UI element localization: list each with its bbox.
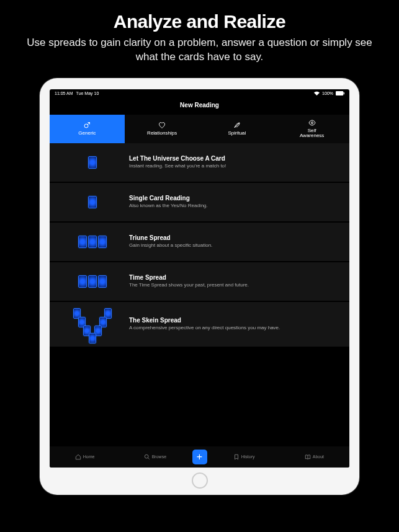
tab-relationships[interactable]: Relationships xyxy=(125,115,200,143)
heart-icon xyxy=(158,122,166,129)
wifi-icon xyxy=(314,91,320,95)
status-bar: 11:05 AM Tue May 10 100% xyxy=(50,89,349,98)
book-icon xyxy=(305,454,311,460)
app-screen: 11:05 AM Tue May 10 100% New Reading Gen… xyxy=(50,89,349,468)
tab-label: Spiritual xyxy=(228,131,246,136)
svg-rect-1 xyxy=(344,92,344,95)
tab-self-awareness[interactable]: Self Awareness xyxy=(274,115,349,143)
spread-title: Time Spread xyxy=(129,274,341,281)
spread-visual xyxy=(58,308,127,340)
tarot-card-icon xyxy=(89,333,96,344)
spread-visual xyxy=(58,156,127,169)
spread-desc: Gain insight about a specific situation. xyxy=(129,242,341,249)
spread-desc: A comprehensive perspective on any direc… xyxy=(129,325,341,331)
eye-icon xyxy=(308,119,316,126)
tab-label: Self Awareness xyxy=(300,128,324,140)
search-icon xyxy=(144,454,150,460)
nav-home[interactable]: Home xyxy=(50,454,120,460)
spread-item-universe[interactable]: Let The Universe Choose A Card Instant r… xyxy=(50,143,349,182)
spread-item-single[interactable]: Single Card Reading Also known as the Ye… xyxy=(50,183,349,221)
home-icon xyxy=(75,454,81,460)
spread-title: Let The Universe Choose A Card xyxy=(129,155,341,162)
tab-label: Relationships xyxy=(147,131,177,136)
tab-generic[interactable]: Generic xyxy=(50,115,125,143)
nav-add[interactable]: + xyxy=(191,450,209,464)
tarot-card-icon xyxy=(78,236,87,248)
ipad-home-button xyxy=(192,472,208,489)
tab-spiritual[interactable]: Spiritual xyxy=(200,115,275,143)
spread-visual xyxy=(58,275,127,288)
ipad-frame: 11:05 AM Tue May 10 100% New Reading Gen… xyxy=(40,78,359,495)
page-subtitle: Use spreads to gain clarity on a problem… xyxy=(15,36,384,64)
male-icon xyxy=(83,122,91,129)
page-title: Analyze and Realize xyxy=(15,11,384,32)
tarot-card-icon xyxy=(88,196,97,208)
plus-icon: + xyxy=(192,450,207,464)
spread-item-time[interactable]: Time Spread The Time Spread shows your p… xyxy=(50,262,349,301)
spread-item-triune[interactable]: Triune Spread Gain insight about a speci… xyxy=(50,223,349,261)
tarot-card-icon xyxy=(88,275,97,288)
tarot-card-icon xyxy=(88,236,97,248)
bottom-nav: Home Browse + History Abo xyxy=(50,446,349,468)
tab-label: Generic xyxy=(78,131,96,136)
category-tabs: Generic Relationships Spiritual Self Awa… xyxy=(50,115,349,143)
tarot-card-icon xyxy=(88,156,97,169)
spread-title: The Skein Spread xyxy=(129,317,341,324)
svg-rect-0 xyxy=(336,91,343,95)
tarot-card-icon xyxy=(78,275,87,288)
nav-label: History xyxy=(241,454,255,459)
page-header: Analyze and Realize Use spreads to gain … xyxy=(0,0,399,69)
spread-desc: The Time Spread shows your past, present… xyxy=(129,282,341,288)
nav-label: About xyxy=(313,454,324,459)
nav-browse[interactable]: Browse xyxy=(120,454,190,460)
nav-title: New Reading xyxy=(50,98,349,115)
svg-point-3 xyxy=(311,122,313,123)
nav-history[interactable]: History xyxy=(209,454,279,460)
tarot-card-icon xyxy=(98,275,107,288)
spread-list: Let The Universe Choose A Card Instant r… xyxy=(50,143,349,446)
spread-visual xyxy=(58,236,127,248)
spread-item-skein[interactable]: The Skein Spread A comprehensive perspec… xyxy=(50,302,349,347)
spread-desc: Instant reading. See what you're a match… xyxy=(129,163,341,169)
spread-visual xyxy=(58,196,127,208)
tarot-card-icon xyxy=(98,236,107,248)
spread-title: Single Card Reading xyxy=(129,195,341,202)
nav-about[interactable]: About xyxy=(279,454,349,460)
spread-title: Triune Spread xyxy=(129,234,341,241)
bookmark-icon xyxy=(233,454,240,460)
feather-icon xyxy=(233,122,241,129)
status-time: 11:05 AM xyxy=(55,91,73,95)
spread-desc: Also known as the Yes/No Reading. xyxy=(129,203,341,209)
battery-icon xyxy=(336,91,344,95)
svg-point-4 xyxy=(145,454,148,458)
battery-text: 100% xyxy=(322,91,333,95)
nav-label: Browse xyxy=(152,454,166,459)
status-date: Tue May 10 xyxy=(76,91,99,95)
nav-label: Home xyxy=(83,454,95,459)
